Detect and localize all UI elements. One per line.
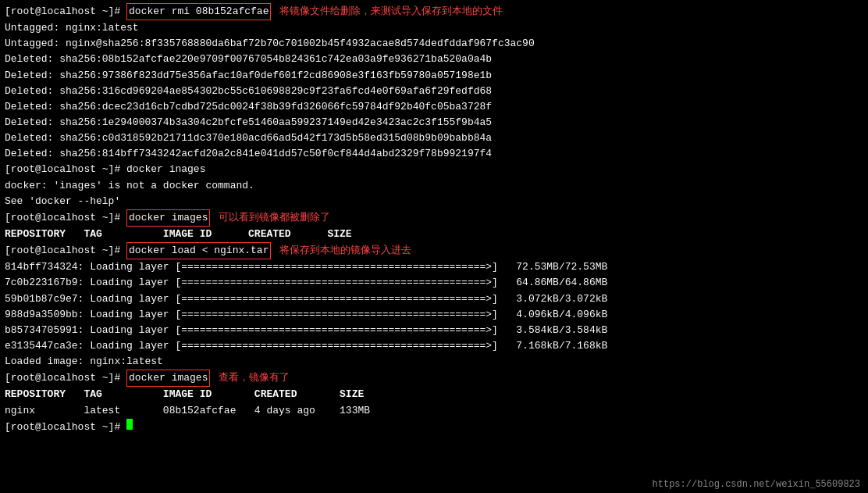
deleted-3: Deleted: sha256:316cd969204ae854302bc55c… <box>5 84 863 99</box>
annotation-load: 将保存到本地的镜像导入进去 <box>271 242 411 258</box>
deleted-7: Deleted: sha256:814bff7343242acfd20a2c84… <box>5 146 863 162</box>
images-command-2: docker images <box>126 370 210 387</box>
footer-url: https://blog.csdn.net/weixin_55609823 <box>653 479 860 490</box>
deleted-5: Deleted: sha256:1e294000374b3a304c2bfcfe… <box>5 115 863 130</box>
deleted-1: Deleted: sha256:08b152afcfae220e9709f007… <box>5 52 863 67</box>
deleted-4: Deleted: sha256:dcec23d16cb7cdbd725dc002… <box>5 99 863 115</box>
loading-layer-6: e3135447ca3e: Loading layer [===========… <box>5 338 863 354</box>
terminal: [root@localhost ~]# docker rmi 08b152afc… <box>0 0 868 493</box>
loading-layer-3: 59b01b87c9e7: Loading layer [===========… <box>5 291 863 307</box>
images-header-1: REPOSITORY TAG IMAGE ID CREATED SIZE <box>5 227 863 242</box>
cursor-block <box>126 419 133 430</box>
annotation-rmi: 将镜像文件给删除，来测试导入保存到本地的文件 <box>271 3 503 19</box>
line-docker-images-1: [root@localhost ~]# docker images 可以看到镜像… <box>5 209 863 227</box>
prompt: [root@localhost ~]# <box>5 4 126 20</box>
final-prompt: [root@localhost ~]# <box>5 419 863 435</box>
nginx-image-row: nginx latest 08b152afcfae 4 days ago 133… <box>5 403 863 419</box>
rmi-command: docker rmi 08b152afcfae <box>126 3 271 20</box>
line-docker-images-2: [root@localhost ~]# docker images 查看，镜像有… <box>5 370 863 387</box>
loading-layer-4: 988d9a3509bb: Loading layer [===========… <box>5 307 863 323</box>
prompt: [root@localhost ~]# <box>5 420 126 435</box>
loaded-image: Loaded image: nginx:latest <box>5 354 863 370</box>
deleted-2: Deleted: sha256:97386f823dd75e356afac10a… <box>5 68 863 84</box>
images-command-1: docker images <box>126 209 210 227</box>
line-rmi-cmd: [root@localhost ~]# docker rmi 08b152afc… <box>5 3 863 20</box>
prompt: [root@localhost ~]# docker inages <box>5 162 205 177</box>
see-help: See 'docker --help' <box>5 194 863 209</box>
untagged-sha256: Untagged: nginx@sha256:8f335768880da6baf… <box>5 36 863 52</box>
loading-layer-1: 814bff734324: Loading layer [===========… <box>5 259 863 275</box>
deleted-6: Deleted: sha256:c0d318592b21711dc370e180… <box>5 130 863 146</box>
annotation-images-1: 可以看到镜像都被删除了 <box>210 209 330 225</box>
prompt: [root@localhost ~]# <box>5 243 126 259</box>
prompt: [root@localhost ~]# <box>5 210 126 226</box>
inages-error: docker: 'inages' is not a docker command… <box>5 178 863 194</box>
line-docker-load: [root@localhost ~]# docker load < nginx.… <box>5 242 863 259</box>
load-command: docker load < nginx.tar <box>126 242 271 259</box>
images-header-2: REPOSITORY TAG IMAGE ID CREATED SIZE <box>5 387 863 402</box>
loading-layer-5: b85734705991: Loading layer [===========… <box>5 323 863 338</box>
loading-layer-2: 7c0b223167b9: Loading layer [===========… <box>5 275 863 291</box>
untagged-latest: Untagged: nginx:latest <box>5 20 863 36</box>
prompt: [root@localhost ~]# <box>5 370 126 386</box>
annotation-images-2: 查看，镜像有了 <box>210 370 290 385</box>
line-inages-typo: [root@localhost ~]# docker inages <box>5 162 863 177</box>
